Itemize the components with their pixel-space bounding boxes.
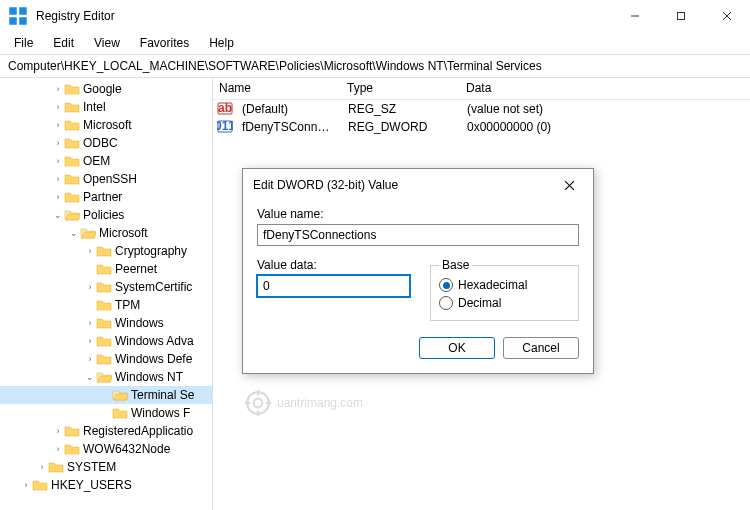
- tree-item-label: Microsoft: [99, 226, 148, 240]
- svg-text:ab: ab: [218, 101, 232, 115]
- string-value-icon: ab: [213, 100, 236, 119]
- cancel-button[interactable]: Cancel: [503, 337, 579, 359]
- tree-item-label: Cryptography: [115, 244, 187, 258]
- tree-item-label: Windows Adva: [115, 334, 194, 348]
- chevron-down-icon[interactable]: ⌄: [52, 210, 64, 220]
- tree-item[interactable]: Peernet: [0, 260, 212, 278]
- tree-item[interactable]: ›Windows: [0, 314, 212, 332]
- tree-item[interactable]: ⌄Policies: [0, 206, 212, 224]
- tree-item-label: Partner: [83, 190, 122, 204]
- tree-item[interactable]: ›Windows Defe: [0, 350, 212, 368]
- tree-item[interactable]: ›Windows Adva: [0, 332, 212, 350]
- chevron-right-icon[interactable]: ›: [36, 462, 48, 472]
- cell-data: 0x00000000 (0): [461, 120, 557, 134]
- address-bar[interactable]: Computer \HKEY_LOCAL_MACHINE\SOFTWARE\Po…: [0, 54, 750, 78]
- tree-item-label: Peernet: [115, 262, 157, 276]
- tree-pane[interactable]: ›Google›Intel›Microsoft›ODBC›OEM›OpenSSH…: [0, 78, 213, 510]
- edit-dword-dialog: Edit DWORD (32-bit) Value Value name: Va…: [242, 168, 594, 374]
- tree-item[interactable]: ›Partner: [0, 188, 212, 206]
- tree-item[interactable]: ›RegisteredApplicatio: [0, 422, 212, 440]
- value-data-label: Value data:: [257, 258, 410, 272]
- menu-view[interactable]: View: [86, 34, 128, 52]
- dword-value-icon: 011: [213, 118, 236, 137]
- tree-item[interactable]: ⌄Windows NT: [0, 368, 212, 386]
- chevron-right-icon[interactable]: ›: [52, 102, 64, 112]
- close-button[interactable]: [704, 0, 750, 32]
- tree-item[interactable]: Windows F: [0, 404, 212, 422]
- svg-rect-2: [9, 17, 17, 25]
- chevron-right-icon[interactable]: ›: [52, 138, 64, 148]
- tree-item-label: Policies: [83, 208, 124, 222]
- dialog-title-text: Edit DWORD (32-bit) Value: [253, 178, 555, 192]
- cell-name: fDenyTSConnec...: [236, 120, 342, 134]
- col-type[interactable]: Type: [341, 78, 460, 99]
- tree-item[interactable]: ›Google: [0, 80, 212, 98]
- svg-rect-3: [19, 17, 27, 25]
- chevron-down-icon[interactable]: ⌄: [84, 372, 96, 382]
- tree-item-label: Terminal Se: [131, 388, 194, 402]
- chevron-right-icon[interactable]: ›: [52, 120, 64, 130]
- list-rows: ab(Default)REG_SZ(value not set)011fDeny…: [213, 100, 750, 136]
- menu-edit[interactable]: Edit: [45, 34, 82, 52]
- tree-item[interactable]: ›HKEY_USERS: [0, 476, 212, 494]
- tree-item[interactable]: TPM: [0, 296, 212, 314]
- tree-item[interactable]: ›SYSTEM: [0, 458, 212, 476]
- tree-item[interactable]: Terminal Se: [0, 386, 212, 404]
- tree-item[interactable]: ›ODBC: [0, 134, 212, 152]
- svg-rect-0: [9, 7, 17, 15]
- tree-item-label: OpenSSH: [83, 172, 137, 186]
- cell-name: (Default): [236, 102, 342, 116]
- chevron-right-icon[interactable]: ›: [52, 192, 64, 202]
- menu-file[interactable]: File: [6, 34, 41, 52]
- tree-item-label: Intel: [83, 100, 106, 114]
- list-row[interactable]: 011fDenyTSConnec...REG_DWORD0x00000000 (…: [213, 118, 750, 136]
- value-data-input[interactable]: [257, 275, 410, 297]
- tree-item[interactable]: ›OpenSSH: [0, 170, 212, 188]
- tree-item[interactable]: ›WOW6432Node: [0, 440, 212, 458]
- chevron-right-icon[interactable]: ›: [20, 480, 32, 490]
- address-path: \HKEY_LOCAL_MACHINE\SOFTWARE\Policies\Mi…: [61, 59, 742, 73]
- tree-item[interactable]: ⌄Microsoft: [0, 224, 212, 242]
- tree-item-label: HKEY_USERS: [51, 478, 132, 492]
- radio-dec-label: Decimal: [458, 296, 501, 310]
- window-controls: [612, 0, 750, 32]
- tree-item-label: Microsoft: [83, 118, 132, 132]
- tree-item-label: RegisteredApplicatio: [83, 424, 193, 438]
- list-row[interactable]: ab(Default)REG_SZ(value not set): [213, 100, 750, 118]
- tree-item[interactable]: ›SystemCertific: [0, 278, 212, 296]
- list-header: Name Type Data: [213, 78, 750, 100]
- tree-item-label: Windows F: [131, 406, 190, 420]
- tree-item[interactable]: ›Intel: [0, 98, 212, 116]
- col-name[interactable]: Name: [213, 78, 341, 99]
- chevron-right-icon[interactable]: ›: [84, 318, 96, 328]
- dialog-body: Value name: Value data: Base Hexadecimal…: [243, 201, 593, 373]
- menu-favorites[interactable]: Favorites: [132, 34, 197, 52]
- value-name-input[interactable]: [257, 224, 579, 246]
- chevron-down-icon[interactable]: ⌄: [68, 228, 80, 238]
- tree-item[interactable]: ›OEM: [0, 152, 212, 170]
- radio-dot-icon: [439, 296, 453, 310]
- minimize-button[interactable]: [612, 0, 658, 32]
- chevron-right-icon[interactable]: ›: [84, 282, 96, 292]
- tree-item[interactable]: ›Microsoft: [0, 116, 212, 134]
- tree-item[interactable]: ›Cryptography: [0, 242, 212, 260]
- col-data[interactable]: Data: [460, 78, 750, 99]
- menu-help[interactable]: Help: [201, 34, 242, 52]
- dialog-close-button[interactable]: [555, 171, 583, 199]
- chevron-right-icon[interactable]: ›: [52, 84, 64, 94]
- ok-button[interactable]: OK: [419, 337, 495, 359]
- chevron-right-icon[interactable]: ›: [52, 444, 64, 454]
- chevron-right-icon[interactable]: ›: [84, 246, 96, 256]
- tree-item-label: SystemCertific: [115, 280, 192, 294]
- radio-hexadecimal[interactable]: Hexadecimal: [439, 276, 570, 294]
- chevron-right-icon[interactable]: ›: [84, 354, 96, 364]
- dialog-titlebar[interactable]: Edit DWORD (32-bit) Value: [243, 169, 593, 201]
- chevron-right-icon[interactable]: ›: [52, 156, 64, 166]
- maximize-button[interactable]: [658, 0, 704, 32]
- chevron-right-icon[interactable]: ›: [52, 174, 64, 184]
- radio-decimal[interactable]: Decimal: [439, 294, 570, 312]
- menubar: File Edit View Favorites Help: [0, 32, 750, 54]
- chevron-right-icon[interactable]: ›: [84, 336, 96, 346]
- chevron-right-icon[interactable]: ›: [52, 426, 64, 436]
- cell-type: REG_SZ: [342, 102, 461, 116]
